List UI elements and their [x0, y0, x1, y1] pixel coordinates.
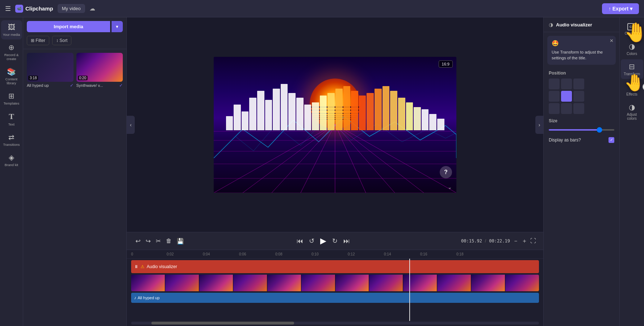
- effects-icon: ✦: [629, 82, 635, 91]
- position-grid: [544, 77, 619, 115]
- pos-top-left[interactable]: [549, 79, 560, 89]
- pos-mid-right[interactable]: [573, 91, 584, 102]
- sidebar-item-templates[interactable]: ⊞ Templates: [1, 89, 22, 108]
- import-dropdown-button[interactable]: ▾: [112, 21, 123, 32]
- size-slider[interactable]: [549, 129, 614, 131]
- transform-icon: ⊟: [629, 62, 635, 71]
- ruler-mark-6: 0:12: [348, 252, 355, 256]
- collapse-right-button[interactable]: ›: [535, 116, 543, 134]
- sidebar: 🖼 Your media ⊕ Record & create 📚 Content…: [0, 17, 23, 326]
- text-icon: T: [9, 112, 14, 121]
- brand-kit-label: Brand kit: [5, 163, 18, 167]
- delete-button[interactable]: 🗑: [164, 236, 173, 246]
- undo-button[interactable]: ↩: [134, 236, 142, 246]
- total-time: 00:22.19: [489, 238, 510, 244]
- controls-bar: ↩ ↪ ✂ 🗑 💾 ⏮ ↺ ▶ ↻ ⏭ 00:15.92 / 00:22.19 …: [127, 232, 543, 250]
- tooltip-box: ✕ 🤩 Use Transform to adjust the settings…: [547, 36, 616, 65]
- adjust-colors-icon: ◑: [629, 103, 635, 111]
- content-library-label: Content library: [3, 77, 21, 85]
- ruler-mark-4: 0:08: [275, 252, 282, 256]
- timeline-ruler: 0 0:02 0:04 0:06 0:08 0:10 0:12 0:14 0:1…: [127, 250, 543, 259]
- display-bars-checkbox[interactable]: ✓: [609, 137, 614, 143]
- templates-icon: ⊞: [8, 92, 14, 100]
- playhead: [409, 259, 410, 321]
- music-note-icon: ♪: [134, 295, 136, 300]
- right-icon-captions[interactable]: CC Captions: [621, 20, 643, 38]
- pos-top-center[interactable]: [561, 79, 572, 89]
- logo: 📹 Clipchamp: [15, 5, 53, 13]
- tooltip-emoji: 🤩: [552, 39, 611, 47]
- right-icon-bar: CC Captions ◑ Colors ⊟ Transform ✦ Effec…: [619, 17, 644, 326]
- tooltip-text: Use Transform to adjust the settings of …: [552, 50, 603, 60]
- time-separator: /: [485, 238, 486, 244]
- svg-line-7: [335, 124, 395, 193]
- cloud-icon: ☁: [89, 5, 95, 12]
- right-settings-panel: ◑ Audio visualizer ✕ 🤩 Use Transform to …: [543, 17, 619, 326]
- sidebar-item-your-media[interactable]: 🖼 Your media: [1, 20, 22, 39]
- project-name[interactable]: My video: [58, 4, 85, 13]
- menu-icon[interactable]: ☰: [5, 5, 11, 13]
- fullscreen-button[interactable]: ⛶: [530, 238, 536, 244]
- ruler-mark-1: 0:02: [167, 252, 173, 256]
- media-item-1-label: All hyped up: [27, 83, 49, 88]
- ruler-mark-9: 0:18: [456, 252, 463, 256]
- redo-button[interactable]: ↪: [144, 236, 152, 246]
- pos-bot-left[interactable]: [549, 103, 560, 114]
- sidebar-item-transitions[interactable]: ⇄ Transitions: [1, 130, 22, 149]
- panel-title: Audio visualizer: [556, 22, 592, 27]
- text-label: Text: [8, 122, 14, 126]
- right-icon-adjust-colors[interactable]: ◑ Adjust colors: [621, 100, 643, 123]
- forward-button[interactable]: ↻: [332, 237, 338, 245]
- zoom-out-button[interactable]: －: [513, 237, 519, 245]
- sort-button[interactable]: ↕ Sort: [52, 36, 71, 45]
- cut-button[interactable]: ✂: [154, 236, 162, 246]
- colors-icon: ◑: [629, 42, 635, 51]
- transitions-label: Transitions: [3, 143, 20, 147]
- audio-track-label: All hyped up: [138, 296, 160, 300]
- play-button[interactable]: ▶: [320, 236, 326, 246]
- right-icon-colors[interactable]: ◑ Colors: [621, 39, 643, 59]
- tooltip-close-button[interactable]: ✕: [610, 38, 614, 43]
- help-button[interactable]: ?: [440, 166, 452, 178]
- logo-text: Clipchamp: [25, 5, 53, 12]
- export-button[interactable]: ↑ Export ▾: [602, 3, 639, 14]
- import-media-button[interactable]: Import media: [27, 21, 110, 32]
- pos-top-right[interactable]: [573, 79, 584, 89]
- right-icon-effects[interactable]: ✦ Effects: [621, 80, 643, 99]
- pos-bot-center[interactable]: [561, 103, 572, 114]
- sidebar-item-content-library[interactable]: 📚 Content library: [1, 64, 22, 88]
- pos-bot-right[interactable]: [573, 103, 584, 114]
- audio-track[interactable]: ♪ All hyped up: [131, 293, 539, 303]
- colors-label: Colors: [627, 52, 637, 56]
- zoom-in-button[interactable]: ＋: [522, 237, 527, 245]
- logo-icon: 📹: [15, 5, 23, 13]
- pos-mid-center[interactable]: [561, 91, 572, 102]
- audio-visualizer-track-label: Audio visualizer: [147, 264, 177, 269]
- video-preview: 16:9 ? ⌄: [214, 57, 456, 193]
- save-button[interactable]: 💾: [175, 236, 185, 246]
- timeline-scrollbar[interactable]: [131, 322, 539, 325]
- sidebar-item-record-create[interactable]: ⊕ Record & create: [1, 40, 22, 64]
- topbar: ☰ 📹 Clipchamp My video ☁ ↑ Export ▾: [0, 0, 644, 17]
- skip-forward-button[interactable]: ⏭: [343, 237, 350, 245]
- svg-line-2: [243, 124, 335, 193]
- position-section: Position: [544, 68, 619, 115]
- sidebar-item-brand-kit[interactable]: ◈ Brand kit: [1, 150, 22, 170]
- collapse-left-button[interactable]: ‹: [127, 116, 135, 134]
- ruler-mark-7: 0:14: [384, 252, 391, 256]
- ruler-mark-0: 0: [131, 252, 133, 256]
- media-item-1[interactable]: 3:18 All hyped up ✓: [27, 53, 74, 88]
- pos-mid-left[interactable]: [549, 91, 560, 102]
- sidebar-item-text[interactable]: T Text: [1, 109, 22, 129]
- transitions-icon: ⇄: [8, 133, 14, 141]
- rewind-button[interactable]: ↺: [309, 237, 314, 245]
- skip-back-button[interactable]: ⏮: [297, 237, 303, 245]
- video-track[interactable]: [131, 275, 539, 291]
- filter-button[interactable]: ⊞ Filter: [27, 36, 49, 45]
- video-area: ‹: [127, 17, 543, 232]
- media-item-2[interactable]: 0:20 Synthwave/ v... ✓: [76, 53, 123, 88]
- audio-visualizer-track[interactable]: ⏸ ⚠ Audio visualizer: [131, 260, 539, 273]
- media-panel: Import media ▾ ⊞ Filter ↕ Sort 3:18 All …: [23, 17, 127, 326]
- collapse-video-button[interactable]: ⌄: [448, 184, 452, 190]
- right-icon-transform[interactable]: ⊟ Transform: [621, 59, 643, 79]
